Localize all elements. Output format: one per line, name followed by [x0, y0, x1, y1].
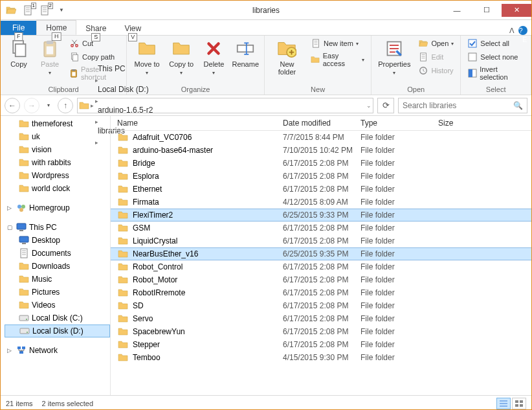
- breadcrumb-segment[interactable]: arduino-1.6.5-r2: [95, 106, 155, 115]
- tab-view[interactable]: ViewV: [115, 21, 150, 35]
- rename-button[interactable]: Rename: [230, 37, 260, 69]
- tree-item[interactable]: Local Disk (C:): [5, 312, 110, 325]
- file-row[interactable]: Servo 6/17/2015 2:08 PM File folder: [111, 312, 531, 325]
- tree-item[interactable]: vision: [5, 143, 110, 156]
- column-type[interactable]: Type: [360, 119, 438, 128]
- file-date: 6/17/2015 2:08 PM: [283, 172, 360, 181]
- ribbon: Copy Paste▾ Cut Copy path Paste shortcut…: [1, 36, 531, 95]
- new-item-button[interactable]: New item ▾: [308, 37, 367, 50]
- column-size[interactable]: Size: [438, 119, 477, 128]
- minimize-button[interactable]: —: [442, 4, 472, 17]
- delete-button[interactable]: Delete▾: [199, 37, 228, 78]
- history-button[interactable]: History: [416, 64, 456, 77]
- file-row[interactable]: RobotIRremote 6/17/2015 2:08 PM File fol…: [111, 286, 531, 299]
- navigation-pane[interactable]: themeforestukvisionwith rabbitsWordpress…: [1, 116, 111, 395]
- tree-item[interactable]: Desktop: [5, 234, 110, 247]
- tab-home[interactable]: HomeH: [36, 20, 76, 35]
- file-row[interactable]: NearBusEther_v16 6/25/2015 9:35 PM File …: [111, 247, 531, 260]
- forward-button[interactable]: →: [24, 98, 39, 113]
- file-list[interactable]: Adafruit_VC0706 7/7/2015 8:44 PM File fo…: [111, 131, 531, 395]
- properties-button[interactable]: Properties▾: [375, 37, 413, 78]
- up-button[interactable]: ↑: [58, 98, 73, 113]
- tree-item[interactable]: world clock: [5, 182, 110, 195]
- file-row[interactable]: Firmata 4/12/2015 8:09 AM File folder: [111, 196, 531, 209]
- column-name[interactable]: Name: [117, 119, 283, 128]
- recent-locations-button[interactable]: ▾: [43, 98, 54, 113]
- help-button[interactable]: ?E: [518, 26, 527, 35]
- select-all-button[interactable]: Select all: [465, 37, 527, 50]
- chevron-right-icon[interactable]: ▸: [91, 102, 94, 109]
- tree-item[interactable]: ▷Network: [5, 344, 110, 357]
- qat-app-icon[interactable]: [3, 3, 19, 17]
- tree-item[interactable]: Local Disk (D:): [5, 325, 110, 337]
- collapse-ribbon-button[interactable]: ᐱ: [509, 27, 515, 35]
- tree-item[interactable]: with rabbits: [5, 156, 110, 169]
- copy-path-button[interactable]: Copy path: [67, 51, 122, 63]
- refresh-button[interactable]: ⟳: [377, 98, 394, 113]
- edit-button[interactable]: Edit: [416, 51, 456, 63]
- chevron-right-icon[interactable]: ▸: [95, 98, 98, 104]
- invert-selection-button[interactable]: Invert selection: [465, 64, 527, 82]
- tree-item[interactable]: Music: [5, 273, 110, 286]
- new-folder-button[interactable]: New folder: [269, 37, 305, 77]
- tree-item[interactable]: uk: [5, 130, 110, 143]
- tree-item[interactable]: ▢This PC: [5, 221, 110, 234]
- open-button[interactable]: Open ▾: [416, 37, 456, 50]
- folder-icon: [19, 300, 29, 310]
- tree-item[interactable]: Wordpress: [5, 169, 110, 182]
- address-bar[interactable]: ▸ This PC▸Local Disk (D:)▸arduino-1.6.5-…: [77, 98, 373, 113]
- maximize-button[interactable]: ☐: [472, 4, 502, 17]
- file-row[interactable]: GSM 6/17/2015 2:08 PM File folder: [111, 222, 531, 234]
- breadcrumb-segment[interactable]: This PC: [95, 64, 155, 73]
- expand-icon[interactable]: ▷: [7, 347, 14, 354]
- tab-file[interactable]: FileF: [1, 21, 36, 35]
- copy-to-button[interactable]: Copy to ▾: [166, 37, 197, 78]
- file-name: NearBusEther_v16: [133, 249, 283, 258]
- file-name: Servo: [133, 314, 283, 323]
- close-button[interactable]: ✕: [502, 4, 531, 17]
- select-none-button[interactable]: Select none: [465, 51, 527, 63]
- tree-item[interactable]: ▷Homegroup: [5, 201, 110, 214]
- tree-item[interactable]: Videos: [5, 299, 110, 312]
- file-row[interactable]: Stepper 6/17/2015 2:08 PM File folder: [111, 338, 531, 351]
- file-row[interactable]: Bridge 6/17/2015 2:08 PM File folder: [111, 157, 531, 170]
- file-row[interactable]: FlexiTimer2 6/25/2015 9:33 PM File folde…: [111, 209, 531, 222]
- search-box[interactable]: 🔍: [398, 98, 527, 113]
- copy-button[interactable]: Copy: [5, 37, 33, 69]
- folder-icon: [117, 301, 129, 311]
- file-row[interactable]: SD 6/17/2015 2:08 PM File folder: [111, 299, 531, 312]
- tree-item[interactable]: Downloads: [5, 260, 110, 273]
- tab-share[interactable]: ShareS: [76, 21, 115, 35]
- file-row[interactable]: arduino-base64-master 7/10/2015 10:42 PM…: [111, 144, 531, 157]
- file-type: File folder: [360, 198, 438, 207]
- file-row[interactable]: Adafruit_VC0706 7/7/2015 8:44 PM File fo…: [111, 131, 531, 144]
- file-date: 6/17/2015 2:08 PM: [283, 340, 360, 349]
- disk-icon: [19, 326, 30, 336]
- file-row[interactable]: LiquidCrystal 6/17/2015 2:08 PM File fol…: [111, 234, 531, 247]
- breadcrumb-segment[interactable]: Local Disk (D:): [95, 85, 155, 94]
- file-row[interactable]: SpacebrewYun 6/17/2015 2:08 PM File fold…: [111, 325, 531, 338]
- back-button[interactable]: ←: [5, 98, 20, 113]
- qat-dropdown[interactable]: ▼: [54, 3, 69, 17]
- search-icon: 🔍: [513, 101, 523, 110]
- easy-access-button[interactable]: Easy access ▾: [308, 51, 367, 69]
- expand-icon[interactable]: ▢: [7, 224, 14, 231]
- icons-view-button[interactable]: [512, 398, 526, 409]
- search-input[interactable]: [403, 101, 509, 110]
- file-row[interactable]: Esplora 6/17/2015 2:08 PM File folder: [111, 170, 531, 183]
- file-row[interactable]: Ethernet 6/17/2015 2:08 PM File folder: [111, 183, 531, 196]
- qat-btn-2[interactable]: 2: [37, 3, 52, 17]
- address-dropdown[interactable]: ⌄: [366, 102, 371, 109]
- file-row[interactable]: Robot_Motor 6/17/2015 2:08 PM File folde…: [111, 273, 531, 286]
- file-row[interactable]: Robot_Control 6/17/2015 2:08 PM File fol…: [111, 260, 531, 273]
- details-view-button[interactable]: [496, 398, 511, 409]
- column-date[interactable]: Date modified: [283, 119, 360, 128]
- file-row[interactable]: Temboo 4/15/2015 9:30 PM File folder: [111, 351, 531, 364]
- chevron-right-icon[interactable]: ▸: [95, 77, 98, 84]
- expand-icon[interactable]: ▷: [7, 205, 14, 211]
- paste-button[interactable]: Paste▾: [36, 37, 64, 78]
- tree-item[interactable]: Documents: [5, 247, 110, 260]
- tree-item[interactable]: Pictures: [5, 286, 110, 299]
- qat-btn-1[interactable]: 1: [20, 3, 36, 17]
- tree-item[interactable]: themeforest: [5, 117, 110, 130]
